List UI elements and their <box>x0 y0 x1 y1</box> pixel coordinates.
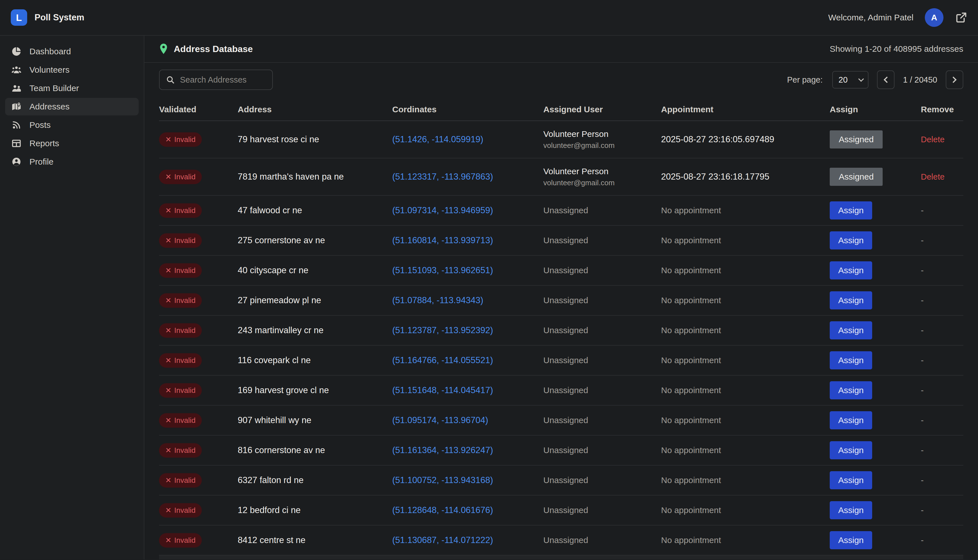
validated-badge: ✕ Invalid <box>159 263 202 278</box>
column-header-address: Address <box>238 105 392 114</box>
delete-link[interactable]: Delete <box>921 135 945 144</box>
remove-dash: - <box>921 445 924 455</box>
avatar[interactable]: A <box>925 8 943 27</box>
assign-button[interactable]: Assign <box>830 261 872 280</box>
validated-badge-label: Invalid <box>174 536 195 545</box>
sidebar-item-volunteers[interactable]: Volunteers <box>5 61 139 78</box>
table-row: ✕ Invalid 40 cityscape cr ne (51.151093,… <box>159 256 963 286</box>
chevron-down-icon <box>858 76 864 82</box>
appointment-text: No appointment <box>661 355 721 365</box>
sidebar-item-dashboard[interactable]: Dashboard <box>5 43 139 60</box>
coordinates-link[interactable]: (51.07884, -113.94343) <box>392 295 483 305</box>
x-mark-icon: ✕ <box>165 387 172 394</box>
toolbar: Per page: 20 1 / 20450 <box>144 63 978 90</box>
assign-button[interactable]: Assign <box>830 531 872 549</box>
assigned-user-name: Unassigned <box>543 475 588 485</box>
assigned-user-email: volunteer@gmail.com <box>543 141 615 150</box>
map-marked-icon <box>11 102 22 112</box>
assigned-user-name: Unassigned <box>543 505 588 515</box>
sidebar-item-team-builder[interactable]: Team Builder <box>5 80 139 97</box>
table-row: ✕ Invalid 7819 martha's haven pa ne (51.… <box>159 158 963 196</box>
validated-badge-label: Invalid <box>174 476 195 485</box>
sidebar-item-label: Reports <box>29 138 59 148</box>
validated-badge: ✕ Invalid <box>159 473 202 488</box>
assign-button[interactable]: Assign <box>830 351 872 369</box>
next-page-button[interactable] <box>946 70 963 89</box>
partial-next-row <box>159 555 963 560</box>
coordinates-link[interactable]: (51.151093, -113.962651) <box>392 265 493 275</box>
assigned-user-name: Unassigned <box>543 415 588 425</box>
coordinates-link[interactable]: (51.123787, -113.952392) <box>392 325 493 335</box>
sidebar-item-addresses[interactable]: Addresses <box>5 98 139 115</box>
coordinates-link[interactable]: (51.095174, -113.96704) <box>392 415 488 425</box>
sidebar-item-profile[interactable]: Profile <box>5 153 139 170</box>
appointment-text: No appointment <box>661 535 721 545</box>
table-row: ✕ Invalid 275 cornerstone av ne (51.1608… <box>159 226 963 256</box>
prev-page-button[interactable] <box>877 70 895 89</box>
coordinates-link[interactable]: (51.128648, -114.061676) <box>392 505 493 515</box>
coordinates-link[interactable]: (51.1426, -114.059919) <box>392 134 483 145</box>
x-mark-icon: ✕ <box>165 237 172 244</box>
x-mark-icon: ✕ <box>165 507 172 514</box>
validated-badge-label: Invalid <box>174 506 195 515</box>
sidebar-item-posts[interactable]: Posts <box>5 116 139 134</box>
assigned-user-name: Volunteer Person <box>543 167 608 176</box>
appointment-text: No appointment <box>661 385 721 395</box>
coordinates-link[interactable]: (51.161364, -113.926247) <box>392 445 493 455</box>
remove-dash: - <box>921 475 924 485</box>
appointment-text: No appointment <box>661 265 721 275</box>
per-page-select[interactable]: 20 <box>832 71 868 88</box>
coordinates-link[interactable]: (51.160814, -113.939713) <box>392 235 493 245</box>
coordinates-link[interactable]: (51.097314, -113.946959) <box>392 205 493 215</box>
validated-badge: ✕ Invalid <box>159 383 202 398</box>
appointment-text: No appointment <box>661 445 721 455</box>
sidebar-item-label: Dashboard <box>29 47 71 56</box>
x-mark-icon: ✕ <box>165 447 172 454</box>
address-text: 243 martinvalley cr ne <box>238 325 324 335</box>
assign-button[interactable]: Assign <box>830 381 872 399</box>
assign-button[interactable]: Assign <box>830 411 872 429</box>
x-mark-icon: ✕ <box>165 537 172 544</box>
search-input[interactable] <box>180 75 266 85</box>
x-mark-icon: ✕ <box>165 477 172 484</box>
coordinates-link[interactable]: (51.164766, -114.055521) <box>392 355 493 365</box>
pie-chart-icon <box>11 47 22 57</box>
validated-badge-label: Invalid <box>174 135 195 144</box>
assigned-user-name: Unassigned <box>543 295 588 305</box>
address-text: 275 cornerstone av ne <box>238 235 325 245</box>
assigned-user-name: Unassigned <box>543 445 588 455</box>
column-header-validated: Validated <box>159 105 238 114</box>
delete-link[interactable]: Delete <box>921 172 945 182</box>
assign-button[interactable]: Assign <box>830 321 872 339</box>
assign-button[interactable]: Assign <box>830 202 872 220</box>
table-row: ✕ Invalid 816 cornerstone av ne (51.1613… <box>159 435 963 465</box>
address-text: 27 pinemeadow pl ne <box>238 295 321 305</box>
coordinates-link[interactable]: (51.123317, -113.967863) <box>392 172 493 182</box>
coordinates-link[interactable]: (51.100752, -113.943168) <box>392 475 493 485</box>
assign-button[interactable]: Assign <box>830 441 872 459</box>
user-friends-icon <box>11 83 22 93</box>
assign-button[interactable]: Assign <box>830 471 872 489</box>
assign-button[interactable]: Assign <box>830 501 872 519</box>
sidebar-item-label: Team Builder <box>29 83 79 93</box>
assigned-user-name: Unassigned <box>543 265 588 275</box>
assign-button[interactable]: Assign <box>830 291 872 309</box>
external-link-icon[interactable] <box>955 11 967 24</box>
validated-badge-label: Invalid <box>174 416 195 425</box>
sidebar-item-reports[interactable]: Reports <box>5 135 139 152</box>
showing-count: Showing 1-20 of 408995 addresses <box>830 44 963 54</box>
coordinates-link[interactable]: (51.151648, -114.045417) <box>392 385 493 395</box>
table-row: ✕ Invalid 27 pinemeadow pl ne (51.07884,… <box>159 286 963 316</box>
assign-button[interactable]: Assign <box>830 232 872 250</box>
search-box <box>159 70 273 90</box>
coordinates-link[interactable]: (51.130687, -114.071222) <box>392 535 493 545</box>
assign-button[interactable]: Assigned <box>830 168 883 186</box>
assign-button[interactable]: Assigned <box>830 130 883 148</box>
pagination: Per page: 20 1 / 20450 <box>787 70 963 89</box>
main-content: Address Database Showing 1-20 of 408995 … <box>144 36 978 560</box>
assigned-user-name: Unassigned <box>543 355 588 365</box>
top-bar: L Poll System Welcome, Admin Patel A <box>0 0 978 36</box>
address-text: 8412 centre st ne <box>238 535 305 545</box>
section-header: Address Database Showing 1-20 of 408995 … <box>144 36 978 63</box>
appointment-text: No appointment <box>661 325 721 335</box>
